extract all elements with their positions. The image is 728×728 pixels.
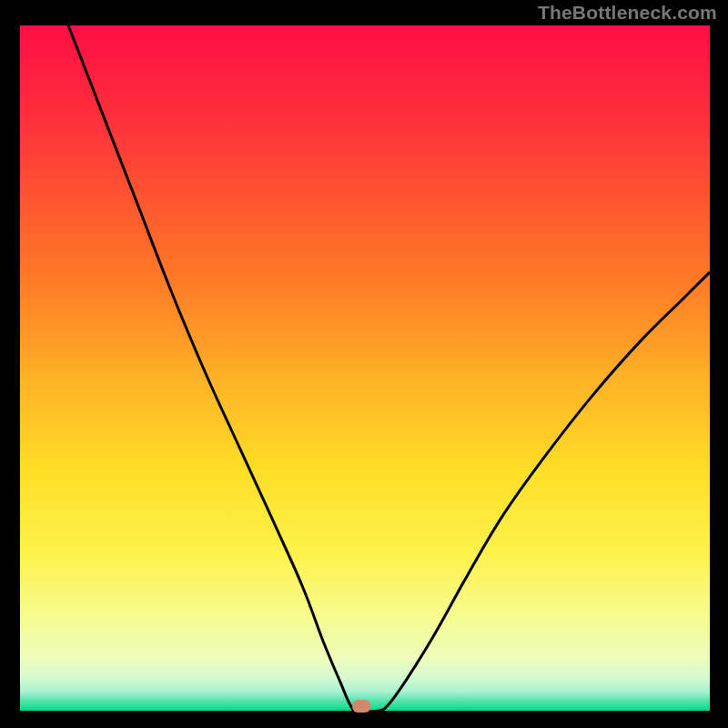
bottleneck-chart bbox=[0, 0, 728, 728]
optimal-marker bbox=[352, 700, 370, 713]
chart-container: TheBottleneck.com bbox=[0, 0, 728, 728]
plot-background bbox=[20, 25, 710, 711]
